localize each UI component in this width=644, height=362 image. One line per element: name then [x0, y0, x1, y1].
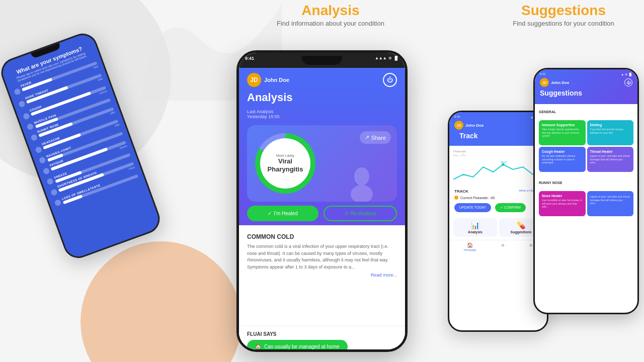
- suggestions-screen-title: Suggestions: [540, 87, 632, 99]
- fluai-section: FLUAI SAYS 🏠 Can usually be managed at h…: [239, 326, 405, 349]
- flukarate-row: Current Flukarate: -60: [454, 196, 542, 200]
- diagnosis-result: More Likely Viral Pharyngitis: [260, 138, 310, 189]
- power-button[interactable]: ⏻: [383, 73, 397, 87]
- status-bar: 9:41 ▲▲▲ ⊕ ▐▌: [239, 53, 405, 68]
- sugg-user-row: JD John Doe ⏻: [540, 78, 632, 87]
- suggestion-card[interactable]: Throat Healer Lignes of your" and take s…: [587, 147, 634, 172]
- user-name: John Doe: [264, 77, 289, 83]
- track-avatar: JD: [454, 121, 463, 130]
- sugg-username: John Doe: [551, 80, 569, 85]
- track-status-bar: 9:41 ▲ ⊕ ▐▌: [454, 115, 542, 119]
- nav-item-3[interactable]: ○: [529, 242, 532, 251]
- suggestion-card-text: If you feel sick and do not pay attentio…: [590, 128, 631, 134]
- common-cold-text: The common cold is a viral infection of …: [247, 243, 397, 270]
- symptom-icon: [50, 188, 58, 196]
- analysis-subtitle: Find information about your condition: [277, 20, 384, 27]
- track-section-title: TRACK Write a Flukarate: [454, 189, 542, 194]
- nav-bar: 🏠 Homepage ○ ○: [449, 240, 547, 253]
- wifi-icon: ⊕: [388, 56, 392, 60]
- track-user-info: JD John Doe: [454, 121, 484, 130]
- sugg-power-icon[interactable]: ⏻: [624, 78, 632, 86]
- nav-item-2[interactable]: ○: [501, 242, 504, 251]
- suggestions-phone: 9:41 ▲ ⊕ ▐▌ JD John Doe ⏻ Suggestions GE…: [533, 68, 639, 314]
- svg-text:Now: Now: [501, 160, 507, 163]
- analysis-section-header: Analysis Find information about your con…: [277, 3, 384, 27]
- fluai-title: FLUAI SAYS: [247, 331, 397, 337]
- nose-card-text: Use humidifier or take hot shower, it wi…: [542, 199, 583, 209]
- bottom-cards: 📊 Analysis 💊 Suggestions: [449, 215, 547, 240]
- flukarate-label: Flukarate: [453, 150, 543, 153]
- analysis-phone: 9:41 ▲▲▲ ⊕ ▐▌ JD John Doe ⏻ Analysis Las…: [236, 50, 408, 352]
- track-action-buttons: UPDATE TODAY ✓ CONFIRM: [454, 201, 542, 212]
- common-cold-title: COMMON COLD: [247, 233, 397, 240]
- phone-notch-center: [302, 56, 342, 65]
- update-today-button[interactable]: UPDATE TODAY: [454, 203, 491, 212]
- chart-svg: Now: [453, 157, 543, 185]
- info-section: COMMON COLD The common cold is a viral i…: [239, 225, 405, 326]
- track-phone-header: 9:41 ▲ ⊕ ▐▌ JD John Doe ⏻ Track: [449, 112, 547, 146]
- phone-body: JD John Doe ⏻ Analysis Last Analysis Yes…: [239, 68, 405, 349]
- analysis-title: Analysis: [277, 3, 384, 19]
- suggestion-card-title: Throat Healer: [590, 150, 631, 153]
- sugg-status-icons: ▲ ⊕ ▐▌: [621, 72, 632, 76]
- suggestion-card-text: Lignes of your" and take sore throat loz…: [590, 154, 631, 164]
- suggestion-card-title: Immune Supportive: [542, 123, 583, 127]
- diagnosis-circle: More Likely Viral Pharyngitis: [255, 133, 315, 194]
- current-flukarate-text: Current Flukarate: -60: [460, 196, 495, 200]
- read-more-link[interactable]: Read more...: [247, 273, 397, 278]
- action-buttons: ✓ I'm Healed ↺ Re-Analyze: [247, 206, 397, 221]
- suggestion-card-title: Dieting: [590, 123, 631, 127]
- symptom-icon: [35, 146, 42, 153]
- suggestion-card-text: Do not take antibiotics without consulti…: [542, 154, 583, 164]
- suggestion-card[interactable]: Immune Supportive Take simple vitamin su…: [539, 120, 586, 145]
- symptom-icon: [46, 177, 54, 185]
- symptom-icon: [14, 87, 21, 95]
- house-icon: 🏠: [255, 344, 261, 349]
- suggestions-cards-grid: Immune Supportive Take simple vitamin su…: [535, 117, 637, 175]
- diagnosis-card: More Likely Viral Pharyngitis ↗ Share: [247, 125, 397, 202]
- analysis-screen-title: Analysis: [239, 91, 405, 107]
- signal-icon: ▲▲▲: [375, 56, 387, 60]
- refresh-icon: ↺: [344, 211, 348, 216]
- home-nav-icon: 🏠: [467, 242, 473, 248]
- suggestions-subtitle: Find suggestions for your condition: [493, 20, 634, 27]
- track-data-section: TRACK Write a Flukarate Current Flukarat…: [449, 186, 547, 215]
- battery-icon: ▐▌: [393, 56, 399, 60]
- suggestion-card[interactable]: Cough Healer Do not take antibiotics wit…: [539, 147, 586, 172]
- nav-homepage-label: Homepage: [464, 248, 476, 251]
- status-icons: ▲▲▲ ⊕ ▐▌: [375, 56, 399, 60]
- nose-suggestion-card[interactable]: Lignes of your" and take sore throat loz…: [587, 191, 634, 216]
- nav-icon-2: ○: [501, 242, 504, 248]
- user-info: JD John Doe: [247, 73, 289, 87]
- sugg-time: 9:41: [540, 72, 546, 76]
- healed-button[interactable]: ✓ I'm Healed: [247, 206, 318, 221]
- symptom-icon: [23, 112, 30, 120]
- sugg-user-info: JD John Doe: [540, 78, 569, 87]
- analysis-card-icon: 📊: [456, 221, 494, 229]
- nose-suggestion-card[interactable]: Nose Healer Use humidifier or take hot s…: [539, 191, 586, 216]
- suggestions-header: 9:41 ▲ ⊕ ▐▌ JD John Doe ⏻ Suggestions: [535, 69, 637, 104]
- suggestions-title: Suggestions: [493, 3, 634, 19]
- suggestion-card-title: Cough Healer: [542, 150, 583, 153]
- nose-card-text: Lignes of your" and take sore throat loz…: [590, 195, 631, 205]
- track-user-row: JD John Doe ⏻: [454, 121, 542, 130]
- reanalyze-button[interactable]: ↺ Re-Analyze: [324, 206, 397, 221]
- share-button[interactable]: ↗ Share: [360, 131, 391, 144]
- nav-homepage[interactable]: 🏠 Homepage: [464, 242, 476, 251]
- confirm-button[interactable]: ✓ CONFIRM: [495, 203, 526, 212]
- diagnosis-name: Viral Pharyngitis: [260, 157, 310, 173]
- nose-cards-grid: Nose Healer Use humidifier or take hot s…: [535, 188, 637, 219]
- status-time: 9:41: [245, 56, 254, 61]
- track-time: 9:41: [454, 115, 460, 119]
- bg-decoration-circle-bottom: [80, 241, 242, 362]
- nose-card-title: Nose Healer: [542, 194, 583, 198]
- suggestions-section-header: Suggestions Find suggestions for your co…: [493, 3, 634, 27]
- nose-label: RUNNY NOSE: [535, 175, 637, 188]
- suggestion-card[interactable]: Dieting If you feel sick and do not pay …: [587, 120, 634, 145]
- analysis-card[interactable]: 📊 Analysis: [453, 218, 497, 237]
- analysis-card-label: Analysis: [456, 230, 494, 234]
- home-management-button[interactable]: 🏠 Can usually be managed at home: [247, 340, 348, 349]
- likelihood-label: More Likely: [276, 154, 294, 157]
- symptom-icon: [54, 199, 61, 207]
- symptom-icon: [18, 100, 26, 108]
